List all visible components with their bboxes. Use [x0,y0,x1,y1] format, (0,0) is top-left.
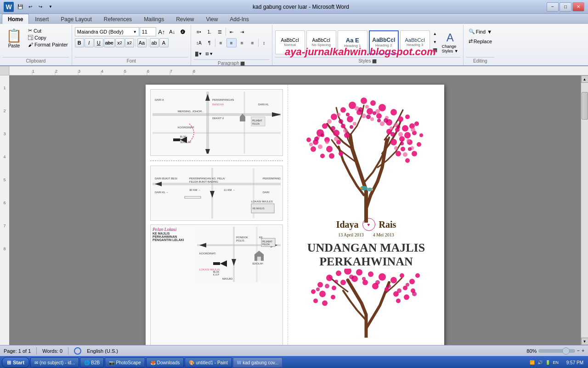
zoom-in-btn[interactable]: + [582,348,584,353]
paragraph-group: ≡• 1. ☰ ⇤ ⇥ ↕A ¶ ≡ ≡ ≡ ≡ ↕ [191,25,272,65]
svg-point-120 [399,136,405,142]
save-btn[interactable]: 💾 [16,2,25,12]
line-spacing-btn[interactable]: ↕ [259,38,269,47]
tab-references[interactable]: References [98,14,138,24]
vertical-scrollbar[interactable]: ▲ ▼ [581,75,588,345]
close-btn[interactable]: ✕ [572,2,584,12]
map-section-1: MERSING, JOHOR... KOORDINAT: BANDAR DARI… [150,89,283,156]
superscript-btn[interactable]: x2 [125,38,134,47]
underline-btn[interactable]: U [94,38,103,47]
tree-svg-top [297,89,435,223]
document-area: 1 2 3 4 5 6 7 8 [0,75,588,345]
multilevel-btn[interactable]: ☰ [215,27,225,36]
styles-down-btn[interactable]: ▼ [431,39,439,46]
tree-bottom [297,269,435,345]
taskbar-item-downloads[interactable]: 🦊 Downloads [146,357,184,368]
start-button[interactable]: ⊞ Start [2,357,29,368]
font-color-btn[interactable]: A [159,38,169,47]
bullets-btn[interactable]: ≡• [194,27,204,36]
align-left-btn[interactable]: ≡ [216,38,226,47]
replace-button[interactable]: ⇄ Replace [466,37,494,46]
bold-btn[interactable]: B [75,38,84,47]
find-button[interactable]: 🔍 Find ▼ [466,27,494,36]
tab-mailings[interactable]: Mailings [138,14,170,24]
svg-text:7: 7 [3,224,6,228]
style-no-spacing[interactable]: AaBbCcI No Spacing [306,30,336,54]
map-section-2: DARI BUKIT BESI DARI KL ← PERSINPANGAN K… [150,166,283,221]
style-normal[interactable]: AaBbCcI Normal [275,30,305,54]
shading-btn[interactable]: ▓▼ [194,49,204,58]
decrease-font-btn[interactable]: A↓ [167,27,177,36]
tab-insert[interactable]: Insert [29,14,55,24]
style-heading1[interactable]: Aa E Heading 1 [338,30,368,54]
minimize-btn[interactable]: − [547,2,559,12]
taskbar-item-b2b[interactable]: 🌐 B2B [80,357,104,368]
style-heading2[interactable]: AaBbCcI Heading 2 [369,30,399,54]
taskbar-item-email[interactable]: ✉ (no subject) - id... [30,357,79,368]
align-right-btn[interactable]: ≡ [237,38,247,47]
show-formatting-btn[interactable]: ¶ [204,38,215,47]
svg-point-121 [404,132,411,138]
copy-button[interactable]: ⿹ Copy [27,34,69,41]
zoom-control[interactable]: 80% − + [526,348,584,354]
tab-add-ins[interactable]: Add-Ins [224,14,254,24]
svg-text:KOORDINAT:: KOORDINAT: [199,252,216,255]
zoom-thumb[interactable] [562,347,570,355]
svg-text:6: 6 [3,201,6,205]
strikethrough-btn[interactable]: abc [104,38,115,47]
maximize-btn[interactable]: □ [560,2,571,12]
svg-point-107 [398,116,403,122]
tab-page-layout[interactable]: Page Layout [55,14,97,24]
tab-review[interactable]: Review [170,14,200,24]
undo-btn[interactable]: ↩ [26,2,35,12]
align-center-btn[interactable]: ≡ [226,38,237,47]
svg-point-114 [347,116,353,122]
editing-group: 🔍 Find ▼ ⇄ Replace Editing [464,25,497,65]
tab-view[interactable]: View [200,14,224,24]
cut-button[interactable]: ✂ Cut [27,27,69,34]
scroll-down-btn[interactable]: ▼ [581,338,588,345]
taskbar-item-paint[interactable]: 🎨 untitled1 - Paint [185,357,232,368]
borders-btn[interactable]: ⊞▼ [204,49,215,58]
customize-btn[interactable]: ▼ [46,2,55,12]
map-section-3: Pelan Lokasi KE MAJLIS PERKAHWINAN PENGA… [150,224,283,345]
paste-button[interactable]: 📋 Paste [3,27,25,56]
redo-btn[interactable]: ↪ [36,2,45,12]
b2b-label: B2B [91,360,100,365]
format-painter-button[interactable]: 🖌 Format Painter [27,41,69,48]
styles-up-btn[interactable]: ▲ [431,30,439,38]
numbering-btn[interactable]: 1. [204,27,215,36]
highlight-btn[interactable]: ab [150,38,159,47]
decrease-indent-btn[interactable]: ⇤ [226,27,237,36]
svg-text:LOKASI MAJLIS: LOKASI MAJLIS [199,268,220,271]
font-name-select[interactable]: Maiandra GD (Body) ▼ [75,27,139,36]
taskbar-item-word[interactable]: W kad gabung cov... [233,357,283,368]
scrollbar-thumb[interactable] [582,92,588,120]
svg-point-179 [390,132,395,137]
zoom-out-btn[interactable]: − [577,348,580,353]
sort-btn[interactable]: ↕A [194,38,204,47]
svg-text:DEKAT U: DEKAT U [212,117,224,120]
subscript-btn[interactable]: x2 [115,38,124,47]
style-normal-preview: AaBbCcI [281,38,299,43]
zoom-slider[interactable] [538,349,575,353]
map-svg-3: PONDOK POLIS KE SEKOLAH PEJABAT FEL [197,227,281,282]
styles-more-btn[interactable]: ⬛ [431,47,439,54]
svg-text:PERSINPANGAN: PERSINPANGAN [263,177,281,180]
font-size-select[interactable]: 11 [140,27,156,36]
svg-point-211 [349,275,354,279]
taskbar: ⊞ Start ✉ (no subject) - id... 🌐 B2B 📷 P… [0,356,588,368]
increase-indent-btn[interactable]: ⇥ [237,27,247,36]
svg-point-173 [396,125,400,129]
justify-btn[interactable]: ≡ [248,38,258,47]
increase-font-btn[interactable]: A↑ [157,27,167,36]
change-styles-btn[interactable]: A ChangeStyles ▼ [440,30,460,54]
style-heading3[interactable]: AaBbCcI Heading 3 [400,30,430,54]
clear-format-btn[interactable]: 🅐 [178,27,188,36]
tab-home[interactable]: Home [2,14,29,24]
change-case-btn[interactable]: Aa [137,38,147,47]
taskbar-item-photoscape[interactable]: 📷 PhotoScape [105,357,145,368]
scroll-up-btn[interactable]: ▲ [581,75,588,83]
svg-point-123 [405,115,410,119]
italic-btn[interactable]: I [85,38,94,47]
